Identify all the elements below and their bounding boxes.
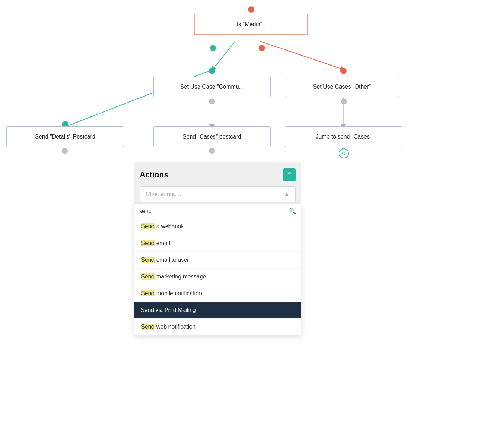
search-icon: 🔍 [289,208,296,214]
other-top-dot [340,68,347,74]
node-details[interactable]: Send "Details" Postcard [6,126,124,147]
upload-icon: ⇧ [287,171,292,179]
node-commu[interactable]: Set Use Case "Commu... [153,77,271,97]
select-chevron-icon: ▲ [284,191,290,197]
commu-top-dot [209,68,215,74]
dropdown-search-input[interactable] [139,208,287,214]
media-top-dot [248,6,254,13]
svg-line-1 [260,41,343,69]
cases-bottom-dot [209,148,215,154]
actions-title: Actions [140,170,168,179]
workflow-canvas: Is "Media"? Set Use Case "Commu... Set U… [0,0,504,443]
actions-header: Actions ⇧ [140,168,296,181]
media-left-branch-dot [210,45,216,51]
dropdown-search-container: 🔍 [134,204,301,218]
node-cases[interactable]: Send "Cases" postcard [153,126,271,147]
jump-refresh-icon[interactable]: ↻ [339,148,349,158]
dropdown-item-email[interactable]: Send email [134,235,301,252]
commu-bottom-dot [209,99,215,104]
actions-dropdown: 🔍 Send a webhook Send email Send email t… [134,204,301,335]
dropdown-item-web[interactable]: Send web notification [134,319,301,335]
details-bottom-dot [62,148,68,154]
dropdown-item-email-user[interactable]: Send email to user [134,252,301,269]
actions-select[interactable]: Choose one... ▲ [140,186,296,202]
actions-select-placeholder: Choose one... [146,191,181,197]
node-jump[interactable]: Jump to send "Cases" [285,126,402,147]
node-media[interactable]: Is "Media"? [194,14,308,35]
media-right-branch-dot [259,45,265,51]
svg-line-0 [213,41,235,69]
node-other[interactable]: Set Use Cases "Other" [285,77,399,97]
actions-upload-button[interactable]: ⇧ [283,168,296,181]
dropdown-item-print[interactable]: Send via Print Mailing [134,302,301,319]
actions-panel: Actions ⇧ Choose one... ▲ [134,162,301,209]
dropdown-item-marketing[interactable]: Send marketing message [134,269,301,285]
dropdown-item-webhook[interactable]: Send a webhook [134,218,301,235]
dropdown-item-mobile[interactable]: Send mobile notification [134,285,301,302]
other-bottom-dot [341,99,347,104]
